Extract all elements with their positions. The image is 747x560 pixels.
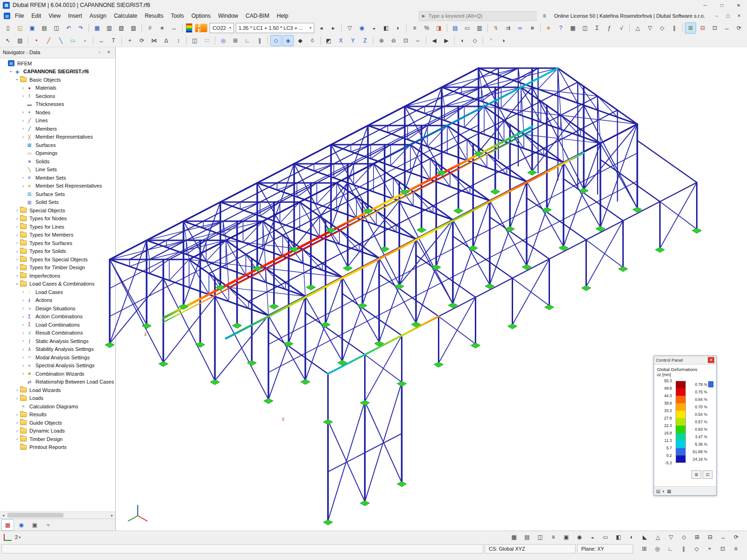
tree-item-timber-design[interactable]: ›Timber Design (0, 435, 115, 443)
tree-item-materials[interactable]: ›●Materials (0, 84, 115, 92)
tree-item-lines[interactable]: ›╱Lines (0, 117, 115, 125)
menu-options[interactable]: Options (188, 11, 214, 21)
tree-item-solid-sets[interactable]: ▩Solid Sets (0, 198, 115, 207)
tree-item-result-combinations[interactable]: ›√Result Combinations (0, 329, 115, 337)
stretch-icon[interactable]: ↕ (173, 35, 184, 46)
tree-item-nodes[interactable]: ›•Nodes (0, 108, 115, 117)
expander-icon[interactable]: › (20, 126, 26, 131)
contrast-icon[interactable]: ◐ (626, 532, 637, 543)
tree-item-sections[interactable]: ›ISections (0, 92, 115, 100)
printout-icon[interactable]: ▤ (521, 532, 533, 543)
tables-icon[interactable]: ▤ (450, 22, 461, 34)
sqrt-icon[interactable]: √ (616, 22, 627, 34)
snap-icon[interactable]: ◎ (218, 35, 229, 46)
tree-item-capannone-siegrist-rf6[interactable]: ›◈CAPANNONE SIEGRIST.rf6 (0, 68, 115, 76)
render-icon[interactable]: ◐ (393, 22, 404, 34)
measure-icon[interactable]: ↔ (169, 22, 180, 34)
display-props-icon[interactable]: ≡ (409, 22, 420, 34)
help-icon[interactable]: ? (555, 22, 566, 34)
tree-item-load-cases-combinations[interactable]: ›Load Cases & Combinations (0, 280, 115, 288)
expander-icon[interactable]: › (14, 436, 20, 441)
prev-view-icon[interactable]: ◀ (429, 35, 440, 46)
menu-edit[interactable]: Edit (28, 11, 45, 21)
expander-icon[interactable]: › (14, 232, 20, 238)
tri-up2-icon[interactable]: △ (652, 532, 663, 543)
expander-icon[interactable]: › (14, 249, 20, 254)
tree-item-surface-sets[interactable]: ▥Surface Sets (0, 190, 115, 198)
load-combination-select[interactable]: 1.35 * LC1 + 1.50 * LC3 + ... ▾ (236, 23, 314, 33)
ortho-icon[interactable]: ∟ (242, 35, 253, 46)
tree-item-member-set-representatives[interactable]: ›≡Member Set Representatives (0, 182, 115, 190)
expander-icon[interactable]: › (14, 208, 20, 213)
filter-icon[interactable]: ▽ (344, 22, 355, 34)
tree-item-member-representatives[interactable]: ›╳Member Representatives (0, 133, 115, 141)
tri-down-icon[interactable]: ▽ (644, 22, 655, 34)
expander-icon[interactable]: › (20, 298, 26, 303)
navigator-hscrollbar[interactable]: ◂ ▸ (0, 511, 115, 518)
guidelines-icon[interactable]: ∥ (254, 35, 265, 46)
tree-item-rfem[interactable]: ▤RFEM (0, 59, 115, 68)
view-z-icon[interactable]: Z (359, 35, 371, 46)
bbox-icon[interactable]: ▭ (600, 532, 611, 543)
menu-s-icon[interactable]: ≡ (730, 543, 741, 554)
cp-tab-filter[interactable]: ▦ (667, 489, 671, 494)
tree-item-relationship-between-load-cases[interactable]: ⇄Relationship Between Load Cases (0, 378, 115, 386)
clip2-icon[interactable]: ◒ (587, 532, 598, 543)
parall-icon[interactable]: ∥ (669, 22, 680, 34)
menu-insert[interactable]: Insert (64, 11, 86, 21)
tree-item-spectral-analysis-settings[interactable]: ›≈Spectral Analysis Settings (0, 362, 115, 370)
shading-icon[interactable]: ◧ (613, 532, 624, 543)
nav-tab-data[interactable]: ▦ (1, 519, 14, 531)
fx-icon[interactable]: ƒ (604, 22, 615, 34)
grid-snap-icon[interactable]: ⊞ (230, 35, 241, 46)
scale-edit-button[interactable]: ⊡ (703, 470, 712, 479)
expander-icon[interactable]: › (20, 363, 26, 368)
minimize-icon[interactable]: ─ (697, 0, 713, 10)
tree-item-guide-objects[interactable]: ›Guide Objects (0, 419, 115, 427)
expander-icon[interactable]: › (20, 289, 26, 294)
close-icon[interactable]: ✕ (708, 357, 714, 363)
expander-icon[interactable]: › (20, 322, 26, 327)
redo-icon[interactable]: ↷ (75, 22, 86, 34)
cp-tab-color-scale[interactable]: ▤ (656, 489, 660, 494)
grid-off-icon[interactable]: ⊟ (705, 532, 716, 543)
tree-item-loads[interactable]: ›Loads (0, 394, 115, 403)
print-graphic-icon[interactable]: ▥ (474, 22, 485, 34)
rendering-icon[interactable]: ▣ (561, 532, 572, 543)
expander-icon[interactable]: › (20, 183, 26, 189)
tree-item-types-for-lines[interactable]: ›Types for Lines (0, 223, 115, 231)
partial-view-icon[interactable]: ◒ (368, 22, 380, 34)
tree-item-special-objects[interactable]: ›Special Objects (0, 206, 115, 215)
generator-icon[interactable]: ↯ (490, 22, 501, 34)
diamond-icon[interactable]: ◇ (656, 22, 668, 34)
ortho-s-icon[interactable]: ∟ (665, 543, 676, 554)
link-icon[interactable]: ∞ (514, 22, 526, 34)
menu-assign[interactable]: Assign (86, 11, 110, 21)
expander-icon[interactable]: › (14, 412, 20, 417)
tree-item-stability-analysis-settings[interactable]: ›λStability Analysis Settings (0, 345, 115, 354)
fit-view-icon[interactable]: ↔ (718, 532, 729, 543)
renumber-icon[interactable]: # (144, 22, 155, 34)
settings-icon[interactable]: ∗ (156, 22, 168, 34)
tree-item-solids[interactable]: ■Solids (0, 157, 115, 166)
windows-icon[interactable]: ◫ (535, 532, 546, 543)
pan-icon[interactable]: ⇔ (412, 35, 423, 46)
copy-sheet-icon[interactable]: ◫ (579, 22, 591, 34)
expander-icon[interactable]: › (14, 77, 20, 83)
orbit2-icon[interactable]: ⟳ (731, 532, 742, 543)
grid-plus-icon[interactable]: ⊞ (685, 22, 696, 34)
expander-icon[interactable]: › (14, 273, 20, 278)
search-list-icon[interactable]: ≡ (539, 11, 550, 21)
lists-icon[interactable]: ≡ (548, 532, 559, 543)
tree-item-printout-reports[interactable]: Printout Reports (0, 443, 115, 452)
copy-icon[interactable]: ◫ (51, 22, 62, 34)
grid-table-icon[interactable]: ▦ (567, 22, 578, 34)
cp-tab-factors[interactable]: ◐ (662, 489, 665, 494)
tree-item-types-for-nodes[interactable]: ›Types for Nodes (0, 215, 115, 223)
expander-icon[interactable]: › (14, 265, 20, 270)
tree-item-load-combinations[interactable]: ›ΣLoad Combinations (0, 321, 115, 329)
tree-item-types-for-members[interactable]: ›Types for Members (0, 231, 115, 239)
expander-icon[interactable]: › (20, 338, 26, 343)
tree-item-calculation-diagrams[interactable]: ≈Calculation Diagrams (0, 402, 115, 411)
zoom-out-icon[interactable]: ⊖ (388, 35, 399, 46)
